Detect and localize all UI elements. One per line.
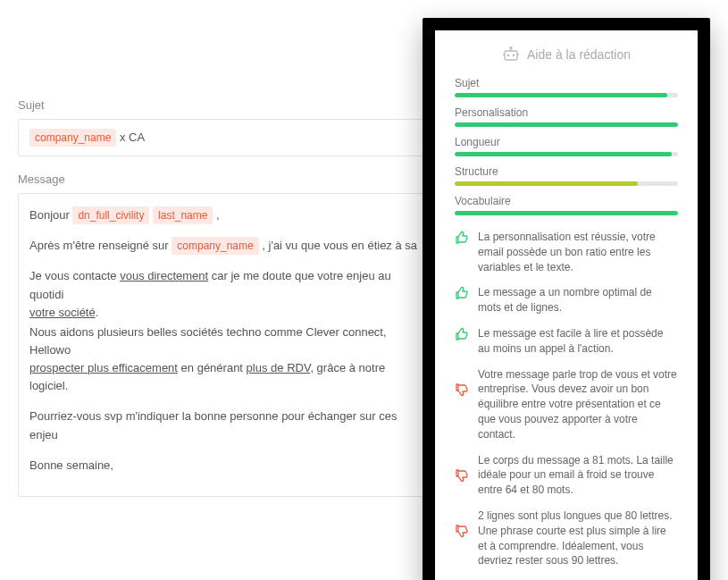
merge-tag-company-name[interactable]: company_name bbox=[29, 129, 116, 147]
merge-tag-company-name[interactable]: company_name bbox=[172, 237, 258, 255]
message-paragraph: Pourriez-vous svp m'indiquer la bonne pe… bbox=[29, 408, 426, 443]
metric-label: Structure bbox=[455, 165, 678, 178]
metric-row: Structure bbox=[455, 165, 678, 186]
metric-bar-fill bbox=[455, 181, 638, 186]
tip-row: Le message a un nombre optimal de mots e… bbox=[455, 285, 678, 315]
thumbs-down-icon bbox=[455, 453, 469, 473]
metric-bar bbox=[455, 122, 678, 127]
merge-tag-last-name[interactable]: last_name bbox=[153, 206, 213, 224]
thumbs-down-icon bbox=[455, 367, 469, 387]
metric-row: Longueur bbox=[455, 136, 678, 156]
assistant-panel-title: Aide à la rédaction bbox=[455, 46, 678, 63]
metric-bar-fill bbox=[455, 211, 678, 215]
metric-row: Vocabulaire bbox=[455, 195, 678, 215]
tip-row: Le message est facile à lire et possède … bbox=[455, 326, 678, 357]
merge-tag-civility[interactable]: dn_full_civility bbox=[72, 206, 149, 224]
message-paragraph: Après m'être renseigné sur company_name … bbox=[29, 237, 426, 255]
svg-point-4 bbox=[510, 47, 512, 49]
tip-text: Le message a un nombre optimal de mots e… bbox=[478, 285, 678, 315]
subject-input[interactable]: company_name x CA bbox=[18, 119, 438, 156]
metric-label: Longueur bbox=[455, 136, 678, 148]
tip-text: La personnalisation est réussie, votre e… bbox=[478, 230, 678, 274]
metric-bar-fill bbox=[455, 122, 678, 127]
assistant-panel-frame: Aide à la rédaction SujetPersonalisation… bbox=[423, 18, 710, 580]
tips-list: La personnalisation est réussie, votre e… bbox=[455, 230, 678, 568]
message-input[interactable]: Bonjour dn_full_civility last_name , Apr… bbox=[18, 193, 438, 497]
metric-label: Vocabulaire bbox=[455, 195, 678, 207]
metric-bar bbox=[455, 152, 678, 156]
metrics-list: SujetPersonalisationLongueurStructureVoc… bbox=[455, 77, 678, 215]
assistant-panel: Aide à la rédaction SujetPersonalisation… bbox=[435, 30, 698, 580]
robot-icon bbox=[502, 46, 520, 63]
tip-text: Le corps du message a 81 mots. La taille… bbox=[478, 453, 678, 498]
subject-label: Sujet bbox=[18, 98, 438, 112]
metric-row: Personalisation bbox=[455, 106, 678, 127]
svg-point-2 bbox=[513, 55, 515, 57]
svg-rect-0 bbox=[505, 51, 517, 60]
metric-bar-fill bbox=[455, 93, 667, 97]
message-greeting: Bonjour dn_full_civility last_name , bbox=[29, 206, 426, 224]
thumbs-up-icon bbox=[455, 285, 469, 305]
thumbs-down-icon bbox=[455, 509, 469, 528]
tip-row: Le corps du message a 81 mots. La taille… bbox=[455, 453, 678, 498]
message-paragraph: Nous aidons plusieurs belles sociétés te… bbox=[29, 324, 426, 396]
tip-row: Votre message parle trop de vous et votr… bbox=[455, 367, 678, 442]
message-label: Message bbox=[18, 172, 438, 186]
tip-text: Votre message parle trop de vous et votr… bbox=[478, 367, 678, 442]
metric-row: Sujet bbox=[455, 77, 678, 97]
thumbs-up-icon bbox=[455, 230, 469, 249]
thumbs-up-icon bbox=[455, 326, 469, 346]
email-editor: Sujet company_name x CA Message Bonjour … bbox=[18, 98, 438, 513]
subject-text-after: x CA bbox=[116, 130, 145, 144]
metric-label: Sujet bbox=[455, 77, 678, 89]
message-signoff: Bonne semaine, bbox=[29, 457, 426, 475]
message-paragraph: Je vous contacte vous directement car je… bbox=[29, 267, 426, 321]
metric-bar bbox=[455, 93, 678, 97]
tip-text: 2 lignes sont plus longues que 80 lettre… bbox=[478, 509, 678, 568]
metric-bar bbox=[455, 211, 678, 215]
metric-bar-fill bbox=[455, 152, 672, 156]
metric-label: Personalisation bbox=[455, 106, 678, 119]
tip-row: 2 lignes sont plus longues que 80 lettre… bbox=[455, 509, 678, 568]
metric-bar bbox=[455, 181, 678, 186]
svg-point-1 bbox=[507, 55, 510, 57]
tip-text: Le message est facile à lire et possède … bbox=[478, 326, 678, 357]
tip-row: La personnalisation est réussie, votre e… bbox=[455, 230, 678, 274]
